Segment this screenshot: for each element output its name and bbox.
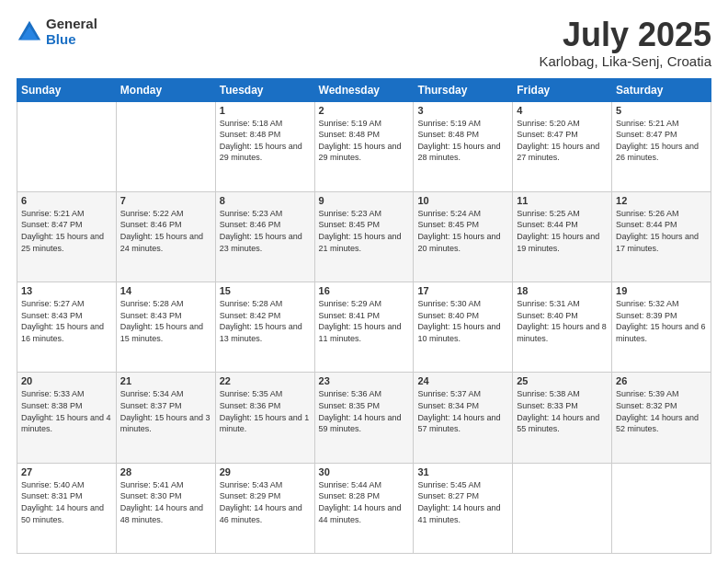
logo-blue: Blue (46, 32, 97, 48)
day-info: Sunrise: 5:23 AM Sunset: 8:45 PM Dayligh… (319, 208, 410, 254)
day-info: Sunrise: 5:33 AM Sunset: 8:38 PM Dayligh… (21, 388, 112, 434)
calendar-cell: 12Sunrise: 5:26 AM Sunset: 8:44 PM Dayli… (612, 191, 711, 282)
day-number: 28 (120, 466, 211, 477)
day-info: Sunrise: 5:32 AM Sunset: 8:39 PM Dayligh… (616, 298, 707, 344)
header: General Blue July 2025 Karlobag, Lika-Se… (17, 17, 711, 69)
calendar-week-4: 20Sunrise: 5:33 AM Sunset: 8:38 PM Dayli… (17, 373, 711, 463)
calendar-cell (612, 463, 711, 553)
calendar-cell: 15Sunrise: 5:28 AM Sunset: 8:42 PM Dayli… (215, 282, 314, 373)
logo-text: General Blue (46, 17, 97, 47)
day-info: Sunrise: 5:38 AM Sunset: 8:33 PM Dayligh… (517, 388, 608, 434)
calendar-table: SundayMondayTuesdayWednesdayThursdayFrid… (17, 78, 711, 554)
logo: General Blue (17, 17, 97, 47)
calendar-cell: 8Sunrise: 5:23 AM Sunset: 8:46 PM Daylig… (215, 191, 314, 282)
calendar-cell: 2Sunrise: 5:19 AM Sunset: 8:48 PM Daylig… (314, 101, 414, 191)
day-number: 10 (417, 195, 508, 206)
day-info: Sunrise: 5:18 AM Sunset: 8:48 PM Dayligh… (220, 118, 311, 164)
day-info: Sunrise: 5:43 AM Sunset: 8:29 PM Dayligh… (220, 479, 311, 525)
calendar-header-saturday: Saturday (612, 78, 711, 101)
day-info: Sunrise: 5:21 AM Sunset: 8:47 PM Dayligh… (21, 208, 112, 254)
calendar-week-5: 27Sunrise: 5:40 AM Sunset: 8:31 PM Dayli… (17, 463, 711, 553)
day-info: Sunrise: 5:34 AM Sunset: 8:37 PM Dayligh… (120, 388, 211, 434)
day-number: 8 (220, 195, 311, 206)
day-number: 19 (616, 285, 707, 296)
calendar-header-friday: Friday (513, 78, 612, 101)
calendar-cell: 4Sunrise: 5:20 AM Sunset: 8:47 PM Daylig… (513, 101, 612, 191)
calendar-header-tuesday: Tuesday (215, 78, 314, 101)
calendar-header-thursday: Thursday (414, 78, 513, 101)
calendar-cell: 26Sunrise: 5:39 AM Sunset: 8:32 PM Dayli… (612, 373, 711, 463)
calendar-cell: 18Sunrise: 5:31 AM Sunset: 8:40 PM Dayli… (513, 282, 612, 373)
calendar-cell: 14Sunrise: 5:28 AM Sunset: 8:43 PM Dayli… (116, 282, 215, 373)
day-number: 25 (517, 375, 608, 386)
day-number: 30 (319, 466, 410, 477)
calendar-header-monday: Monday (116, 78, 215, 101)
calendar-cell: 3Sunrise: 5:19 AM Sunset: 8:48 PM Daylig… (414, 101, 513, 191)
calendar-cell: 25Sunrise: 5:38 AM Sunset: 8:33 PM Dayli… (513, 373, 612, 463)
day-number: 6 (21, 195, 112, 206)
day-info: Sunrise: 5:24 AM Sunset: 8:45 PM Dayligh… (417, 208, 508, 254)
calendar-week-3: 13Sunrise: 5:27 AM Sunset: 8:43 PM Dayli… (17, 282, 711, 373)
day-number: 21 (120, 375, 211, 386)
day-info: Sunrise: 5:37 AM Sunset: 8:34 PM Dayligh… (417, 388, 508, 434)
calendar-cell: 5Sunrise: 5:21 AM Sunset: 8:47 PM Daylig… (612, 101, 711, 191)
calendar-cell: 9Sunrise: 5:23 AM Sunset: 8:45 PM Daylig… (314, 191, 414, 282)
day-info: Sunrise: 5:39 AM Sunset: 8:32 PM Dayligh… (616, 388, 707, 434)
calendar-cell: 13Sunrise: 5:27 AM Sunset: 8:43 PM Dayli… (17, 282, 117, 373)
day-info: Sunrise: 5:35 AM Sunset: 8:36 PM Dayligh… (220, 388, 311, 434)
day-number: 2 (319, 105, 410, 116)
main-title: July 2025 (539, 17, 711, 53)
calendar-cell: 19Sunrise: 5:32 AM Sunset: 8:39 PM Dayli… (612, 282, 711, 373)
day-number: 31 (417, 466, 508, 477)
day-number: 29 (220, 466, 311, 477)
calendar-header-wednesday: Wednesday (314, 78, 414, 101)
day-number: 13 (21, 285, 112, 296)
calendar-week-1: 1Sunrise: 5:18 AM Sunset: 8:48 PM Daylig… (17, 101, 711, 191)
logo-icon (17, 19, 42, 45)
day-info: Sunrise: 5:22 AM Sunset: 8:46 PM Dayligh… (120, 208, 211, 254)
day-number: 20 (21, 375, 112, 386)
day-number: 26 (616, 375, 707, 386)
day-info: Sunrise: 5:29 AM Sunset: 8:41 PM Dayligh… (319, 298, 410, 344)
day-info: Sunrise: 5:36 AM Sunset: 8:35 PM Dayligh… (319, 388, 410, 434)
calendar-cell: 29Sunrise: 5:43 AM Sunset: 8:29 PM Dayli… (215, 463, 314, 553)
day-info: Sunrise: 5:28 AM Sunset: 8:42 PM Dayligh… (220, 298, 311, 344)
day-number: 22 (220, 375, 311, 386)
calendar-cell: 6Sunrise: 5:21 AM Sunset: 8:47 PM Daylig… (17, 191, 117, 282)
day-number: 24 (417, 375, 508, 386)
calendar-cell: 22Sunrise: 5:35 AM Sunset: 8:36 PM Dayli… (215, 373, 314, 463)
day-info: Sunrise: 5:23 AM Sunset: 8:46 PM Dayligh… (220, 208, 311, 254)
calendar-cell: 30Sunrise: 5:44 AM Sunset: 8:28 PM Dayli… (314, 463, 414, 553)
day-info: Sunrise: 5:40 AM Sunset: 8:31 PM Dayligh… (21, 479, 112, 525)
day-number: 12 (616, 195, 707, 206)
day-number: 5 (616, 105, 707, 116)
day-info: Sunrise: 5:44 AM Sunset: 8:28 PM Dayligh… (319, 479, 410, 525)
day-number: 9 (319, 195, 410, 206)
day-info: Sunrise: 5:41 AM Sunset: 8:30 PM Dayligh… (120, 479, 211, 525)
calendar-cell: 1Sunrise: 5:18 AM Sunset: 8:48 PM Daylig… (215, 101, 314, 191)
calendar-week-2: 6Sunrise: 5:21 AM Sunset: 8:47 PM Daylig… (17, 191, 711, 282)
day-info: Sunrise: 5:27 AM Sunset: 8:43 PM Dayligh… (21, 298, 112, 344)
calendar-cell: 28Sunrise: 5:41 AM Sunset: 8:30 PM Dayli… (116, 463, 215, 553)
day-number: 23 (319, 375, 410, 386)
calendar-cell: 20Sunrise: 5:33 AM Sunset: 8:38 PM Dayli… (17, 373, 117, 463)
day-info: Sunrise: 5:21 AM Sunset: 8:47 PM Dayligh… (616, 118, 707, 164)
calendar-header-sunday: Sunday (17, 78, 117, 101)
day-number: 15 (220, 285, 311, 296)
page: General Blue July 2025 Karlobag, Lika-Se… (0, 0, 728, 563)
day-number: 4 (517, 105, 608, 116)
day-number: 11 (517, 195, 608, 206)
logo-general: General (46, 17, 97, 32)
day-info: Sunrise: 5:20 AM Sunset: 8:47 PM Dayligh… (517, 118, 608, 164)
calendar-cell: 10Sunrise: 5:24 AM Sunset: 8:45 PM Dayli… (414, 191, 513, 282)
calendar-cell: 7Sunrise: 5:22 AM Sunset: 8:46 PM Daylig… (116, 191, 215, 282)
calendar-cell (17, 101, 117, 191)
day-number: 3 (417, 105, 508, 116)
calendar-cell: 24Sunrise: 5:37 AM Sunset: 8:34 PM Dayli… (414, 373, 513, 463)
subtitle: Karlobag, Lika-Senj, Croatia (539, 53, 711, 69)
calendar-cell: 17Sunrise: 5:30 AM Sunset: 8:40 PM Dayli… (414, 282, 513, 373)
calendar-cell: 16Sunrise: 5:29 AM Sunset: 8:41 PM Dayli… (314, 282, 414, 373)
day-info: Sunrise: 5:25 AM Sunset: 8:44 PM Dayligh… (517, 208, 608, 254)
day-info: Sunrise: 5:30 AM Sunset: 8:40 PM Dayligh… (417, 298, 508, 344)
calendar-cell (116, 101, 215, 191)
